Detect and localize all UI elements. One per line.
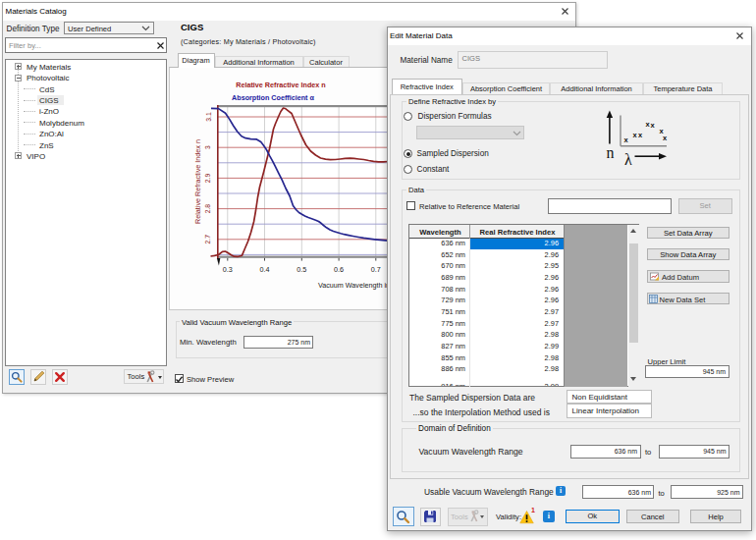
svg-text:n: n xyxy=(607,144,615,161)
svg-text:2.7: 2.7 xyxy=(204,235,211,244)
svg-text:3.1: 3.1 xyxy=(204,112,211,122)
svg-text:x: x xyxy=(632,131,637,139)
svg-text:Absorption Coefficient α: Absorption Coefficient α xyxy=(232,93,314,102)
svg-text:Relative Refractive Index n: Relative Refractive Index n xyxy=(192,139,201,224)
svg-text:λ: λ xyxy=(624,151,632,168)
svg-text:0.4: 0.4 xyxy=(259,265,269,274)
svg-text:0.3: 0.3 xyxy=(222,265,232,274)
svg-text:2.9: 2.9 xyxy=(204,173,211,183)
svg-text:0.7: 0.7 xyxy=(370,265,380,274)
svg-text:x: x xyxy=(623,135,628,144)
svg-text:x: x xyxy=(650,121,655,130)
svg-text:0.5: 0.5 xyxy=(297,265,306,274)
svg-text:0.6: 0.6 xyxy=(334,265,344,274)
svg-text:Relative Refractive Index n: Relative Refractive Index n xyxy=(236,81,325,89)
svg-text:x: x xyxy=(663,134,668,142)
svg-text:3: 3 xyxy=(204,145,211,149)
svg-text:2.8: 2.8 xyxy=(204,204,211,214)
svg-text:x: x xyxy=(638,131,643,139)
